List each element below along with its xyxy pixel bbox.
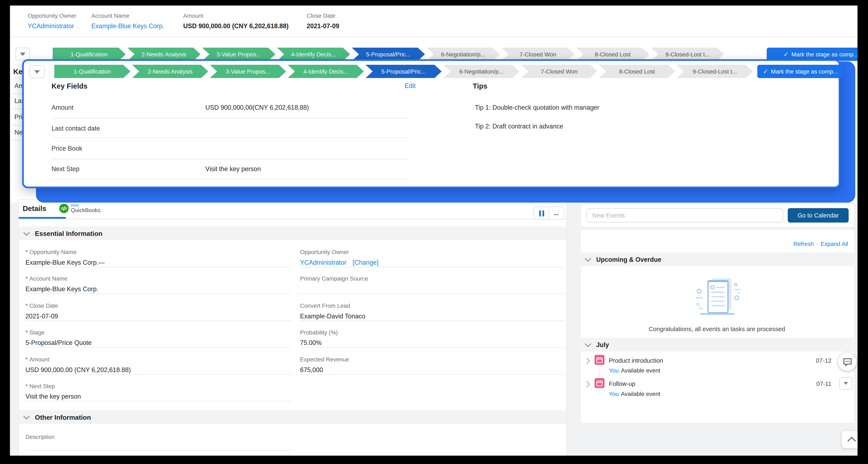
divider <box>300 347 564 348</box>
divider <box>12 109 22 109</box>
field-value-next-step: Visit the key person <box>26 393 81 400</box>
amount-value: USD 900,000.00 (CNY 6,202,618.88) <box>183 23 288 29</box>
stage-chevron[interactable]: 4-Identify Decis... <box>288 65 364 78</box>
chevron-down-icon <box>20 52 25 56</box>
empty-state-illustration <box>684 277 750 323</box>
tab-details[interactable]: Details <box>23 204 46 213</box>
required-asterisk <box>26 382 29 389</box>
field-value-convert-from-lead-link[interactable]: Example-David Tonaco <box>300 313 365 319</box>
horizontal-arrows-icon <box>553 208 560 218</box>
event-assignee-link[interactable]: You <box>609 367 619 374</box>
expand-all-link[interactable]: Expand All <box>820 240 848 247</box>
stage-label: 9-Closed-Lost t... <box>665 51 710 58</box>
opportunity-owner-link[interactable]: YCAdministrator <box>28 23 76 29</box>
section-title: Other Information <box>35 413 91 421</box>
divider <box>52 118 408 119</box>
event-calendar-icon <box>594 355 604 365</box>
scroll-to-top-button[interactable] <box>841 431 858 448</box>
active-tab-underline <box>19 217 66 219</box>
stage-chevron[interactable]: 5-Proposal/Pric... <box>366 65 442 78</box>
activity-links: Refresh · Expand All <box>580 238 848 248</box>
stage-label: 6-Negotiation/p... <box>441 51 485 58</box>
stage-chevron[interactable]: 2-Needs Analysis <box>127 48 200 61</box>
field-label: Amount <box>26 356 50 363</box>
field-label: Account Name <box>26 275 67 282</box>
app-window: Opportunity Owner YCAdministrator Accoun… <box>10 5 858 456</box>
timeline-connector <box>599 366 599 377</box>
empty-state-message: Congratulations, all events an tasks are… <box>580 326 854 332</box>
tip-item: Tip 1: Double-check quotation with manag… <box>475 104 599 111</box>
account-name-link[interactable]: Example-Blue Keys Corp. <box>91 23 164 29</box>
stage-chevron[interactable]: 4-Identify Decis... <box>277 48 350 61</box>
stage-chevron[interactable]: 7-Closed Won <box>501 48 575 61</box>
stage-label: 8-Closed Lost <box>619 68 655 75</box>
stage-chevron[interactable]: 8-Closed Lost <box>599 65 675 78</box>
stage-chevron[interactable]: 6-Negotiation/p... <box>443 65 520 78</box>
pause-refresh-button[interactable] <box>534 207 549 219</box>
stage-label: 7-Closed Won <box>541 68 578 75</box>
refresh-link[interactable]: Refresh <box>794 240 814 247</box>
new-event-input[interactable] <box>586 208 783 222</box>
change-owner-link[interactable]: [Change] <box>353 259 378 266</box>
speech-bubble-icon <box>842 357 852 366</box>
key-field-value: USD 900,000,00(CNY 6,202,618,88) <box>205 104 309 111</box>
event-title[interactable]: Product introduction <box>609 357 663 364</box>
chevron-down-icon <box>585 341 591 347</box>
path-collapse-button[interactable] <box>29 65 45 78</box>
section-other-information[interactable]: Other Information <box>19 410 566 424</box>
new-event-card: Go to Calendar <box>580 203 855 228</box>
key-field-label: Price Book <box>52 145 82 152</box>
mark-stage-button[interactable]: Mark the stage as comp... <box>757 65 843 78</box>
stage-chevron[interactable]: 2-Needs Analysis <box>132 65 208 78</box>
event-date: 07-12 <box>792 357 832 364</box>
chevron-down-icon <box>23 229 30 236</box>
section-title: July <box>596 341 609 348</box>
stage-chevron[interactable]: 7-Closed Won <box>521 65 597 78</box>
divider <box>26 450 291 451</box>
required-asterisk <box>26 302 29 309</box>
go-to-calendar-button[interactable]: Go to Calendar <box>788 208 848 222</box>
field-label: Close Date <box>26 302 58 309</box>
section-july[interactable]: July <box>580 338 854 351</box>
stage-chevron[interactable]: 3-Value Propos... <box>202 48 275 61</box>
key-field-value: Visit the key person <box>205 165 261 172</box>
section-upcoming-overdue[interactable]: Upcoming & Overdue <box>580 252 854 266</box>
field-value-stage: 5-Proposal/Price Quote <box>26 339 92 346</box>
tab-quickbooks[interactable]: intuit QuickBooks. <box>59 203 102 213</box>
event-date: 07-11 <box>792 380 832 387</box>
stage-label: 8-Closed Lost <box>595 51 631 58</box>
stage-chevron[interactable]: 6-Negotiation/p... <box>427 48 500 61</box>
event-subtext: YouAvailable event <box>609 367 660 374</box>
stage-chevron[interactable]: 1-Qualification <box>54 65 130 78</box>
section-title: Upcoming & Overdue <box>596 256 661 263</box>
stage-chevron[interactable]: 9-Closed-Lost t... <box>677 65 753 78</box>
mark-stage-button-background[interactable]: Mark the stage as comp... <box>767 48 858 61</box>
stage-chevron[interactable]: 9-Closed-Lost t... <box>651 48 724 61</box>
event-assignee-link[interactable]: You <box>609 390 619 397</box>
event-actions-dropdown[interactable] <box>839 377 852 390</box>
expand-width-button[interactable] <box>549 207 564 219</box>
chevron-down-icon <box>843 382 848 384</box>
opportunity-owner-link[interactable]: YCAdministrator <box>300 259 346 266</box>
stage-chevron[interactable]: 3-Value Propos... <box>210 65 286 78</box>
divider <box>300 320 564 321</box>
close-date-value: 2021-07-09 <box>307 23 339 29</box>
links-separator: · <box>816 240 818 247</box>
card-toolbar <box>533 207 564 220</box>
key-field-label: Next Step <box>52 165 80 172</box>
header-field-close-date: Close Date 2021-07-09 <box>307 12 339 29</box>
section-essential-information[interactable]: Essential Information <box>19 226 566 240</box>
event-title[interactable]: Follow-up <box>609 380 635 387</box>
quickbooks-label: QuickBooks. <box>71 207 102 213</box>
path-collapse-button-background[interactable] <box>16 48 30 60</box>
edit-link[interactable]: Edit <box>405 83 416 89</box>
quickbooks-intuit-label: intuit <box>71 203 102 207</box>
stage-chevron[interactable]: 8-Closed Lost <box>576 48 649 61</box>
field-value-account-name-link[interactable]: Example-Blue Keys Corp. <box>26 286 98 292</box>
chevron-up-icon <box>847 436 856 445</box>
stage-chevron[interactable]: 1-Qualification <box>53 48 126 61</box>
divider <box>52 179 408 180</box>
chat-bubble-button[interactable] <box>838 353 856 371</box>
stage-chevron[interactable]: 5-Proposal/Pric... <box>352 48 425 61</box>
header-divider <box>10 36 858 37</box>
